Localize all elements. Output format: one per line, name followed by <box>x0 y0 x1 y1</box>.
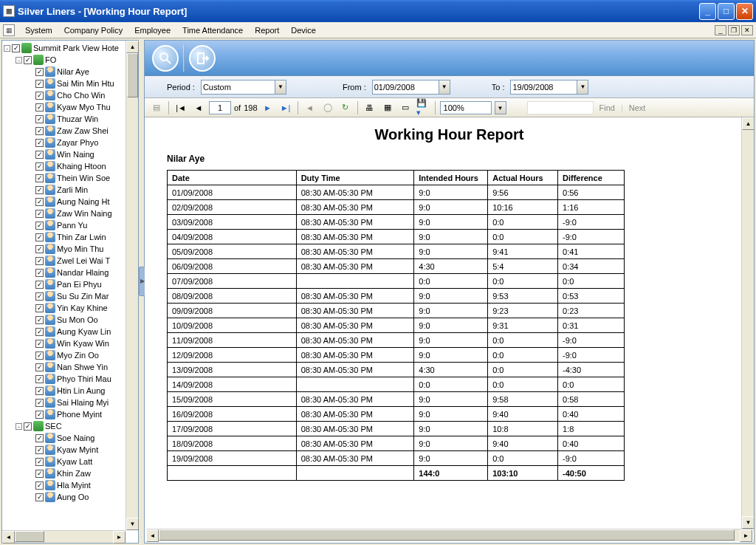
tree-item[interactable]: Myo Min Thu <box>4 243 137 255</box>
find-link[interactable]: Find <box>597 103 618 112</box>
tree-item[interactable]: Khaing Htoon <box>4 160 137 172</box>
tree-item[interactable]: Su Su Zin Mar <box>4 290 137 302</box>
tree-vertical-scrollbar[interactable]: ▲ ▼ <box>126 41 138 530</box>
scroll-up-button[interactable]: ▲ <box>126 41 139 53</box>
checkbox[interactable] <box>35 257 44 265</box>
mdi-restore-button[interactable]: ❐ <box>728 25 740 35</box>
menu-employee[interactable]: Employee <box>128 24 176 36</box>
checkbox[interactable] <box>35 493 44 501</box>
maximize-button[interactable]: □ <box>718 3 735 20</box>
checkbox[interactable] <box>35 127 44 135</box>
checkbox[interactable] <box>35 162 44 171</box>
tree-item[interactable]: Win Naing <box>4 148 137 160</box>
checkbox[interactable] <box>35 233 44 241</box>
checkbox[interactable] <box>35 434 44 442</box>
checkbox[interactable] <box>35 80 44 88</box>
close-button[interactable]: ✕ <box>736 3 753 20</box>
checkbox[interactable] <box>35 92 44 100</box>
to-date-dropdown[interactable]: ▼ <box>510 80 588 95</box>
checkbox[interactable] <box>35 399 44 407</box>
tree-item[interactable]: Phone Myint <box>4 408 137 420</box>
collapse-icon[interactable]: - <box>16 57 22 64</box>
menu-company-policy[interactable]: Company Policy <box>58 24 128 36</box>
checkbox[interactable] <box>35 363 44 371</box>
refresh-button[interactable]: ↻ <box>338 100 353 115</box>
checkbox[interactable] <box>35 470 44 478</box>
mdi-close-button[interactable]: ✕ <box>741 25 753 35</box>
menu-system[interactable]: System <box>19 24 58 36</box>
tree-item[interactable]: Cho Cho Win <box>4 89 137 101</box>
prev-page-button[interactable]: ◄ <box>191 100 206 115</box>
export-button[interactable]: 💾▾ <box>416 100 430 115</box>
page-setup-button[interactable]: ▭ <box>398 100 413 115</box>
back-button[interactable]: ◄ <box>303 100 317 115</box>
tree-group[interactable]: -Summit Park View Hote <box>4 42 137 54</box>
chevron-down-icon[interactable]: ▼ <box>439 80 450 95</box>
checkbox[interactable] <box>35 352 44 360</box>
checkbox[interactable] <box>35 328 44 336</box>
checkbox[interactable] <box>35 387 44 395</box>
mdi-minimize-button[interactable]: _ <box>715 25 726 35</box>
checkbox[interactable] <box>35 411 44 419</box>
next-page-button[interactable]: ► <box>261 100 275 115</box>
stop-button[interactable]: ◯ <box>320 100 335 115</box>
tree-item[interactable]: Hla Myint <box>4 479 137 491</box>
tree-item[interactable]: Kyaw Latt <box>4 456 137 467</box>
tree-item[interactable]: Nan Shwe Yin <box>4 361 137 373</box>
checkbox[interactable] <box>35 340 44 348</box>
to-date-value[interactable] <box>510 80 577 95</box>
checkbox[interactable] <box>35 103 44 112</box>
tree-item[interactable]: Soe Naing <box>4 432 137 444</box>
checkbox[interactable] <box>35 481 44 490</box>
tree-horizontal-scrollbar[interactable]: ◄ ► <box>2 530 126 543</box>
print-layout-button[interactable]: ▦ <box>380 100 395 115</box>
from-date-value[interactable] <box>372 80 439 95</box>
checkbox[interactable] <box>24 422 32 431</box>
first-page-button[interactable]: |◄ <box>173 100 188 115</box>
tree-item[interactable]: Sai Hlaing Myi <box>4 397 137 408</box>
checkbox[interactable] <box>35 186 44 194</box>
tree-item[interactable]: Htin Lin Aung <box>4 385 137 397</box>
tree-item[interactable]: Yin Kay Khine <box>4 302 137 314</box>
tree-item[interactable]: Myo Zin Oo <box>4 349 137 361</box>
tree-item[interactable]: Zayar Phyo <box>4 137 137 148</box>
checkbox[interactable] <box>35 269 44 277</box>
scroll-down-button[interactable]: ▼ <box>742 516 754 529</box>
menu-time-attendance[interactable]: Time Attendance <box>176 24 249 36</box>
menu-device[interactable]: Device <box>285 24 322 36</box>
checkbox[interactable] <box>35 68 44 76</box>
search-input[interactable] <box>527 101 594 114</box>
collapse-icon[interactable]: - <box>16 423 22 430</box>
checkbox[interactable] <box>35 222 44 230</box>
scroll-down-button[interactable]: ▼ <box>126 518 139 530</box>
chevron-down-icon[interactable]: ▼ <box>275 80 286 95</box>
tree-item[interactable]: Zaw Win Naing <box>4 208 137 219</box>
tree-item[interactable]: Sai Min Min Htu <box>4 78 137 89</box>
checkbox[interactable] <box>35 292 44 301</box>
tree-item[interactable]: Phyo Thiri Mau <box>4 373 137 385</box>
report-horizontal-scrollbar[interactable]: ◄ ► <box>146 529 752 541</box>
scroll-right-button[interactable]: ► <box>740 529 752 542</box>
checkbox[interactable] <box>24 56 32 64</box>
from-date-dropdown[interactable]: ▼ <box>372 80 450 95</box>
period-value[interactable] <box>201 80 275 95</box>
chevron-down-icon[interactable]: ▼ <box>495 101 506 114</box>
tree-item[interactable]: Pann Yu <box>4 219 137 231</box>
checkbox[interactable] <box>35 446 44 454</box>
document-map-button[interactable]: ▤ <box>149 100 164 115</box>
period-dropdown[interactable]: ▼ <box>201 80 286 95</box>
checkbox[interactable] <box>35 245 44 253</box>
page-number-input[interactable] <box>209 101 231 114</box>
tree-item[interactable]: Thuzar Win <box>4 113 137 125</box>
tree-item[interactable]: Zwel Lei Wai T <box>4 255 137 267</box>
checkbox[interactable] <box>35 115 44 123</box>
checkbox[interactable] <box>35 139 44 147</box>
tree-item[interactable]: Aung Kyaw Lin <box>4 326 137 337</box>
scroll-right-button[interactable]: ► <box>113 531 126 544</box>
report-vertical-scrollbar[interactable]: ▲ ▼ <box>741 117 754 529</box>
tree-item[interactable]: Aung Oo <box>4 491 137 503</box>
tree-item[interactable]: Kyaw Myint <box>4 444 137 456</box>
checkbox[interactable] <box>35 458 44 466</box>
tree-item[interactable]: Win Kyaw Win <box>4 337 137 349</box>
search-button[interactable] <box>152 45 179 72</box>
